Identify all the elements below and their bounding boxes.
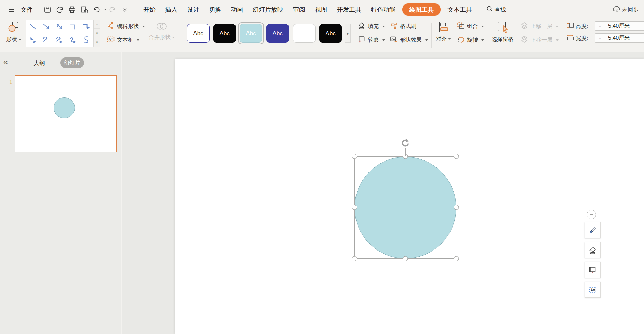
export-icon[interactable] <box>55 4 65 15</box>
edit-shape-button[interactable]: 编辑形状 <box>107 21 145 32</box>
shape-effects-button[interactable]: 形状效果 <box>390 35 428 46</box>
shape-gallery-item[interactable] <box>53 33 66 47</box>
width-field[interactable]: - 5.40厘米 <box>595 33 644 43</box>
shape-gallery-item[interactable] <box>26 33 39 47</box>
width-value[interactable]: 5.40厘米 <box>605 35 630 42</box>
save-icon[interactable] <box>42 4 53 15</box>
shape-gallery-item[interactable] <box>39 33 53 47</box>
outline-icon <box>358 35 366 45</box>
tab-outline[interactable]: 大纲 <box>33 59 45 67</box>
resize-handle-bottom-right[interactable] <box>454 256 459 261</box>
width-decrement-button[interactable]: - <box>595 35 605 41</box>
merge-shapes-label: 合并形状 <box>149 34 171 40</box>
shape-style-swatch[interactable]: Abc <box>187 24 210 43</box>
sync-status-label: 未同步 <box>622 6 639 13</box>
collapse-panel-icon[interactable]: « <box>3 58 8 66</box>
send-backward-icon <box>520 35 528 45</box>
sync-status[interactable]: 未同步 <box>612 5 639 14</box>
text-box-button[interactable]: A 文本框 <box>107 35 139 46</box>
print-icon[interactable] <box>67 4 77 15</box>
outline-button[interactable]: 轮廓 <box>358 35 385 46</box>
shape-style-swatch[interactable]: Abc <box>266 24 289 43</box>
shape-gallery-item[interactable] <box>53 20 66 33</box>
shape-style-swatch[interactable]: Abc <box>213 24 236 43</box>
slides-panel: « 大纲 幻灯片 1 <box>0 52 121 334</box>
bring-forward-button[interactable]: 上移一层 <box>520 21 559 32</box>
shape-effects-icon <box>390 35 398 45</box>
slide-canvas[interactable] <box>175 59 644 334</box>
height-field[interactable]: - 5.40厘米 <box>595 21 644 31</box>
shapes-button[interactable]: 形状 <box>3 21 25 43</box>
resize-handle-right[interactable] <box>454 205 459 210</box>
tab-view[interactable]: 视图 <box>310 3 332 16</box>
format-painter-label: 格式刷 <box>400 23 416 30</box>
tab-special-features[interactable]: 特色功能 <box>366 3 400 16</box>
tab-animation[interactable]: 动画 <box>226 3 248 16</box>
more-commands-icon[interactable] <box>120 4 130 15</box>
rotate-handle-icon[interactable] <box>401 139 410 150</box>
find-button[interactable]: 查找 <box>486 5 506 14</box>
resize-handle-bottom-left[interactable] <box>352 256 357 261</box>
gallery-scroll-up-button[interactable]: ▲ <box>94 20 100 29</box>
merge-shapes-button[interactable]: 合并形状 <box>146 21 177 41</box>
redo-icon[interactable] <box>107 4 118 15</box>
undo-dropdown-caret[interactable] <box>104 9 106 10</box>
align-button[interactable]: 对齐 <box>434 21 453 42</box>
align-icon <box>437 21 450 34</box>
thumbnail-circle-shape <box>54 97 75 118</box>
floating-style-brush-button[interactable] <box>585 222 601 238</box>
floating-text-format-button[interactable]: A <box>585 282 601 298</box>
cloud-sync-icon <box>612 5 620 14</box>
selection-pane-icon <box>496 21 509 35</box>
tab-drawing-tools-active[interactable]: 绘图工具 <box>402 3 441 16</box>
bring-forward-label: 上移一层 <box>531 23 552 30</box>
selection-pane-button[interactable]: 选择窗格 <box>487 21 518 43</box>
divider <box>37 5 37 14</box>
floating-toolbar-collapse-button[interactable] <box>587 210 596 219</box>
gallery-more-button[interactable]: ▼ <box>94 38 100 47</box>
format-painter-button[interactable]: 格式刷 <box>390 21 416 32</box>
text-box-label: 文本框 <box>117 37 133 44</box>
shape-gallery-item[interactable] <box>39 20 53 33</box>
send-backward-button[interactable]: 下移一层 <box>520 35 559 46</box>
shape-style-swatch[interactable]: Abc <box>319 24 342 43</box>
shape-style-swatch[interactable]: Abc <box>293 24 316 43</box>
resize-handle-left[interactable] <box>352 205 357 210</box>
shape-gallery-item[interactable] <box>66 33 80 47</box>
shape-style-swatch-selected[interactable]: Abc <box>240 24 262 43</box>
gallery-scroll-down-button[interactable]: ▼ <box>94 29 100 38</box>
send-backward-label: 下移一层 <box>531 37 552 44</box>
tab-developer[interactable]: 开发工具 <box>332 3 366 16</box>
file-menu-button[interactable]: 文件 <box>5 4 33 15</box>
print-preview-icon[interactable] <box>79 4 90 15</box>
tab-insert[interactable]: 插入 <box>160 3 182 16</box>
tab-slideshow[interactable]: 幻灯片放映 <box>248 3 288 16</box>
shape-gallery-item[interactable] <box>66 20 80 33</box>
undo-icon[interactable] <box>92 4 102 15</box>
height-decrement-button[interactable]: - <box>595 23 605 29</box>
tab-home[interactable]: 开始 <box>138 3 160 16</box>
resize-handle-top-right[interactable] <box>454 154 459 159</box>
shape-gallery-item[interactable] <box>80 33 93 47</box>
shape-curved-connector-icon <box>41 35 51 45</box>
height-value[interactable]: 5.40厘米 <box>605 23 630 30</box>
align-label: 对齐 <box>436 36 447 41</box>
tab-design[interactable]: 设计 <box>182 3 204 16</box>
tab-slides-active[interactable]: 幻灯片 <box>60 57 84 68</box>
resize-handle-bottom[interactable] <box>403 256 408 261</box>
slide-thumbnail-selected[interactable] <box>15 75 117 152</box>
floating-fill-button[interactable] <box>585 242 601 258</box>
resize-handle-top-left[interactable] <box>352 154 357 159</box>
tab-review[interactable]: 审阅 <box>288 3 310 16</box>
shape-gallery-item[interactable] <box>80 20 93 33</box>
tab-text-tools[interactable]: 文本工具 <box>443 3 477 16</box>
group-button[interactable]: 组合 <box>457 21 484 32</box>
rotate-button[interactable]: 旋转 <box>457 35 484 46</box>
workspace: A <box>122 52 644 334</box>
shape-double-arrow-icon <box>54 22 65 32</box>
style-gallery-more-button[interactable]: ▼ <box>345 24 351 43</box>
shape-gallery-item[interactable] <box>26 20 39 33</box>
floating-outline-button[interactable] <box>585 262 601 278</box>
fill-button[interactable]: 填充 <box>358 21 385 32</box>
tab-transition[interactable]: 切换 <box>204 3 226 16</box>
